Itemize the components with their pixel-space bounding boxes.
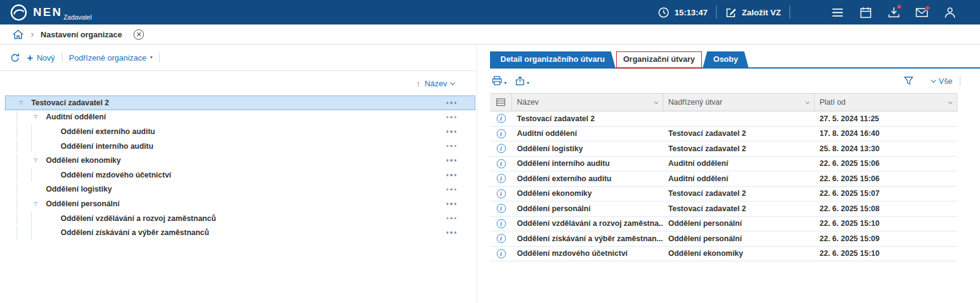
table-row[interactable]: iOddělení interního audituAuditní odděle… (490, 157, 957, 172)
cell-nazev: Oddělení externího auditu (512, 174, 663, 183)
row-info-button[interactable]: i (490, 249, 512, 258)
row-menu-button[interactable] (445, 158, 458, 163)
tree-item-oddeleni-personalni[interactable]: ▽Oddělení personální (5, 196, 475, 211)
new-button-label: Nový (37, 53, 55, 62)
home-button[interactable] (12, 29, 24, 40)
column-chooser-icon (496, 98, 505, 107)
sort-field-dropdown[interactable]: Název (424, 79, 454, 88)
filter-button[interactable] (904, 77, 913, 85)
print-button[interactable]: ▾ (492, 76, 507, 86)
cell-plati-od: 22. 6. 2025 15:10 (815, 249, 957, 258)
nen-logo[interactable]: NEN Zadavatel (10, 4, 92, 21)
row-menu-button[interactable] (445, 129, 458, 134)
tree-collapse-icon[interactable]: ▽ (31, 114, 40, 119)
column-header-plati-od[interactable]: Platí od (815, 94, 957, 111)
filter-chevron-icon[interactable] (654, 99, 658, 103)
messages-button[interactable] (908, 8, 936, 17)
sort-ascending-icon[interactable]: ↑ (417, 79, 421, 88)
export-button[interactable]: ▾ (515, 76, 529, 86)
row-menu-button[interactable] (445, 144, 458, 149)
tree-item-oddeleni-ekonomiky[interactable]: ▽Oddělení ekonomiky (5, 153, 475, 168)
tree-item-label: Oddělení mzdového účetnictví (61, 171, 172, 179)
row-menu-button[interactable] (445, 187, 458, 192)
tree-item-oddeleni-ziskavani-a-vyber-zamestnancu[interactable]: Oddělení získávání a výběr zaměstnanců (5, 225, 475, 240)
table-row[interactable]: iOddělení externího audituAuditní odděle… (490, 171, 957, 187)
row-info-button[interactable]: i (490, 114, 512, 123)
tree-item-label: Oddělení interního auditu (61, 142, 153, 151)
zalozit-vz-button[interactable]: Založit VZ (725, 7, 781, 18)
refresh-button[interactable] (10, 53, 20, 63)
tree-item-oddeleni-interniho-auditu[interactable]: Oddělení interního auditu (5, 139, 475, 154)
row-info-button[interactable]: i (490, 204, 512, 213)
column-header-nazev[interactable]: Název (512, 94, 663, 111)
tree-collapse-icon[interactable]: ▽ (31, 158, 40, 163)
row-info-button[interactable]: i (490, 219, 512, 228)
close-page-button[interactable]: ✕ (134, 29, 144, 40)
calendar-button[interactable] (851, 7, 880, 18)
row-menu-button[interactable] (445, 100, 458, 105)
podrizene-organizace-dropdown[interactable]: Podřízené organizace ▾ (69, 53, 153, 62)
tree-item-oddeleni-mzdoveho-ucetnictvi[interactable]: Oddělení mzdového účetnictví (5, 168, 475, 182)
row-menu-button[interactable] (445, 216, 458, 221)
new-button[interactable]: + Nový (27, 53, 55, 63)
tree-indent-guide (17, 168, 31, 182)
table-row[interactable]: iOddělení personálníTestovací zadavatel … (490, 201, 957, 217)
info-icon: i (497, 174, 506, 183)
tree-indent-guide (17, 197, 31, 211)
filter-chevron-icon[interactable] (805, 99, 810, 103)
profile-button[interactable] (936, 7, 964, 18)
tree-item-oddeleni-externiho-auditu[interactable]: Oddělení externího auditu (5, 124, 475, 139)
podrizene-organizace-label: Podřízené organizace (69, 53, 146, 62)
cell-nadrizeny-utvar: Testovací zadavatel 2 (663, 189, 815, 198)
table-row[interactable]: iOddělení logistikyTestovací zadavatel 2… (490, 141, 957, 157)
row-menu-button[interactable] (445, 173, 458, 178)
column-header-nadrizeny-utvar[interactable]: Nadřízený útvar (663, 94, 815, 111)
filter-chevron-icon[interactable] (948, 99, 952, 103)
tree-indent-guide (17, 111, 31, 124)
tree-item-oddeleni-logistiky[interactable]: Oddělení logistiky (5, 182, 475, 197)
row-info-button[interactable]: i (490, 129, 512, 138)
refresh-icon (10, 53, 20, 63)
home-icon (12, 29, 24, 40)
tree-item-oddeleni-vzdelavani-a-rozvoj-zamestnancu[interactable]: Oddělení vzdělávání a rozvoj zaměstnanců (5, 211, 475, 226)
tree-item-label: Auditní oddělení (46, 113, 106, 121)
table-row[interactable]: iOddělení získávání a výběr zaměstnan...… (490, 231, 957, 247)
row-menu-button[interactable] (445, 230, 458, 235)
filter-scope-dropdown[interactable]: Vše (932, 77, 952, 86)
row-info-button[interactable]: i (490, 144, 512, 153)
downloads-button[interactable] (880, 7, 908, 18)
tree-collapse-icon[interactable]: ▽ (17, 100, 25, 105)
cell-nadrizeny-utvar: Testovací zadavatel 2 (663, 144, 815, 153)
row-menu-button[interactable] (445, 201, 458, 206)
table-row[interactable]: iTestovací zadavatel 227. 5. 2024 11:25 (490, 111, 957, 127)
tree-item-testovaci-zadavatel-2[interactable]: ▽Testovací zadavatel 2 (5, 95, 475, 110)
table-row[interactable]: iOddělení vzdělávání a rozvoj zaměstna..… (490, 217, 957, 232)
column-chooser-button[interactable] (490, 94, 512, 111)
breadcrumb-chevron-icon: › (31, 29, 34, 39)
table-row[interactable]: iOddělení mzdového účetnictvíOddělení ek… (490, 247, 957, 262)
tab-detail-organizacniho-utvaru[interactable]: Detail organizačního útvaru (490, 51, 615, 67)
row-info-button[interactable]: i (490, 234, 512, 243)
nen-logo-icon (10, 4, 28, 21)
row-info-button[interactable]: i (490, 189, 512, 198)
export-icon (515, 76, 525, 86)
tree-item-auditni-oddeleni[interactable]: ▽Auditní oddělení (5, 110, 475, 125)
row-info-button[interactable]: i (490, 174, 512, 183)
row-menu-button[interactable] (445, 115, 458, 120)
filter-scope-label: Vše (939, 77, 952, 86)
table-row[interactable]: iOddělení ekonomikyTestovací zadavatel 2… (490, 187, 957, 202)
table-row[interactable]: iAuditní odděleníTestovací zadavatel 217… (490, 127, 957, 142)
tab-organizacni-utvary[interactable]: Organizační útvary (616, 51, 701, 67)
compose-icon (725, 7, 737, 18)
tab-osoby[interactable]: Osoby (703, 51, 748, 67)
cell-plati-od: 22. 6. 2025 15:10 (815, 219, 957, 228)
calendar-icon (860, 7, 872, 18)
org-detail-panel: Detail organizačního útvaruOrganizační ú… (477, 45, 980, 303)
row-info-button[interactable]: i (490, 159, 512, 168)
person-icon (944, 7, 956, 18)
tree-collapse-icon[interactable]: ▽ (31, 201, 40, 206)
org-units-table: Název Nadřízený útvar Platí od iTestovac… (490, 93, 957, 261)
menu-button[interactable] (823, 8, 851, 17)
sort-field-label: Název (424, 79, 447, 88)
table-header: Název Nadřízený útvar Platí od (490, 93, 957, 111)
